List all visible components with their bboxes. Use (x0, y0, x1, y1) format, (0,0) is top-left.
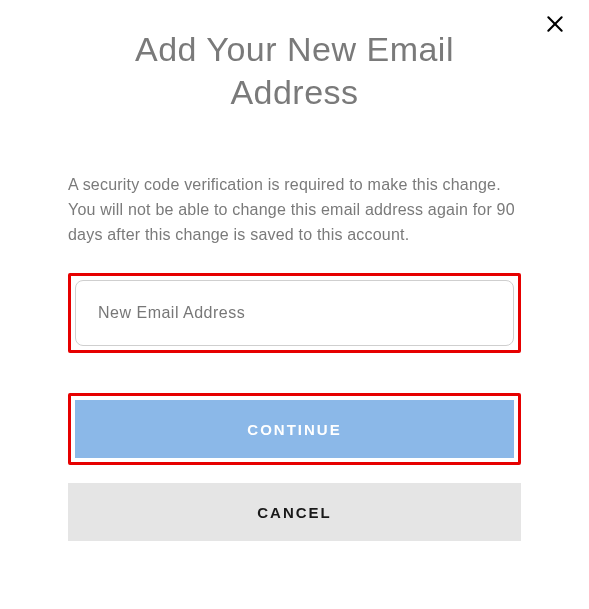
close-button[interactable] (541, 12, 569, 40)
modal-title: Add Your New Email Address (68, 28, 521, 113)
modal-description: A security code verification is required… (68, 173, 521, 247)
continue-button[interactable]: CONTINUE (75, 400, 514, 458)
cancel-button[interactable]: CANCEL (68, 483, 521, 541)
new-email-input[interactable] (75, 280, 514, 346)
continue-button-highlight: CONTINUE (68, 393, 521, 465)
close-icon (545, 14, 565, 38)
email-input-highlight (68, 273, 521, 353)
modal-container: Add Your New Email Address A security co… (0, 28, 589, 541)
